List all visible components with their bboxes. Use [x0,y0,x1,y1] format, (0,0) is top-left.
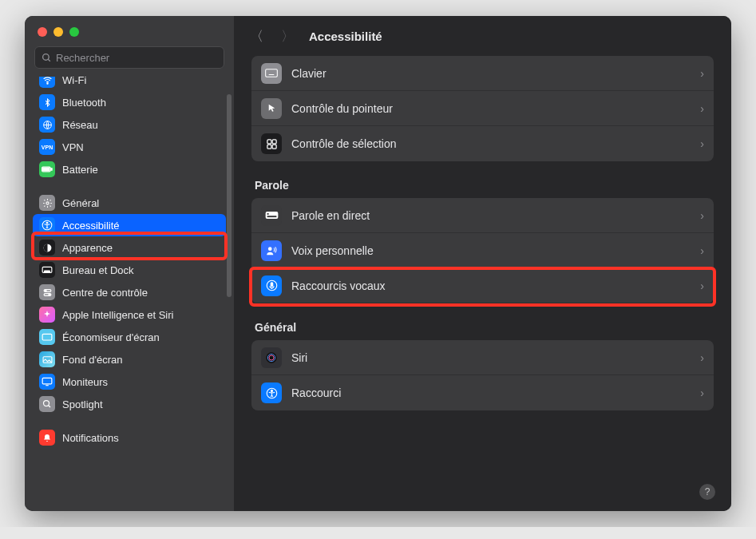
minimize-window-button[interactable] [53,27,63,37]
page-title: Accessibilité [309,30,382,43]
svg-rect-17 [42,334,52,340]
spotlight-icon [39,396,55,412]
help-button[interactable]: ? [699,484,715,500]
sidebar-item-general[interactable]: Général [33,192,226,214]
search-icon [42,53,52,63]
sidebar-item-vpn[interactable]: VPN VPN [33,136,226,158]
sidebar-item-label: Spotlight [62,398,103,410]
group-motor: Clavier › Contrôle du pointeur › Contrôl… [251,56,714,161]
sidebar-item-label: Notifications [62,432,119,444]
svg-rect-28 [267,139,271,143]
row-keyboard[interactable]: Clavier › [251,56,714,91]
sidebar-item-label: Bluetooth [62,97,106,109]
sidebar-item-apple-intelligence-siri[interactable]: Apple Intelligence et Siri [33,303,226,326]
sidebar: Rechercher Wi-Fi Bluetooth [25,16,234,511]
nav-forward-button[interactable]: 〉 [281,27,295,46]
sidebar-item-accessibility[interactable]: Accessibilité [33,214,226,236]
sidebar-item-notifications[interactable]: Notifications [33,426,226,449]
search-input[interactable]: Rechercher [34,46,224,69]
svg-rect-5 [51,168,52,170]
sidebar-item-label: Apple Intelligence et Siri [62,309,173,321]
chevron-right-icon: › [700,279,704,292]
nav-arrows: 〈 〉 [250,27,295,46]
sidebar-item-label: Fond d'écran [62,354,122,366]
globe-icon [39,117,55,133]
chevron-right-icon: › [700,67,704,80]
row-label: Contrôle de sélection [291,137,397,150]
row-label: Raccourci [291,386,341,399]
vpn-icon: VPN [39,139,55,155]
content: Clavier › Contrôle du pointeur › Contrôl… [234,56,731,511]
sidebar-item-label: Réseau [62,119,98,131]
row-live-speech[interactable]: Parole en direct › [251,198,714,233]
settings-window: Rechercher Wi-Fi Bluetooth [25,16,731,511]
row-voice-shortcuts[interactable]: Raccourcis vocaux › [251,268,714,303]
sidebar-scroll: Wi-Fi Bluetooth Réseau VPN VPN [25,77,234,511]
svg-point-7 [46,201,48,204]
svg-rect-31 [272,145,276,149]
sidebar-item-label: Centre de contrôle [62,287,148,299]
apple-intelligence-icon [39,307,55,323]
group-speech: Parole en direct › Voix personnelle › Ra… [251,198,714,303]
row-pointer-control[interactable]: Contrôle du pointeur › [251,91,714,126]
svg-rect-30 [267,145,271,149]
gear-icon [39,195,55,211]
display-icon [39,374,55,390]
svg-point-42 [271,390,272,391]
bell-icon [39,430,55,446]
sidebar-item-battery[interactable]: Batterie [33,158,226,180]
control-center-icon [39,284,55,300]
window-controls [25,16,234,46]
group-header-speech: Parole [255,179,710,192]
sidebar-item-screen-saver[interactable]: Économiseur d'écran [33,326,226,348]
dock-icon [39,262,55,278]
keyboard-icon [261,63,282,84]
row-label: Siri [291,351,307,364]
row-shortcut[interactable]: Raccourci › [251,375,714,410]
sidebar-item-wallpaper[interactable]: Fond d'écran [33,348,226,371]
search-placeholder: Rechercher [56,52,109,64]
row-label: Parole en direct [291,209,370,222]
wifi-icon [39,77,55,88]
svg-rect-12 [45,271,50,272]
chevron-right-icon: › [700,102,704,115]
zoom-window-button[interactable] [69,27,79,37]
svg-rect-33 [267,213,268,215]
sidebar-item-spotlight[interactable]: Spotlight [33,393,226,415]
svg-point-16 [48,294,49,295]
chevron-right-icon: › [700,351,704,364]
sidebar-item-label: Économiseur d'écran [62,331,160,343]
chevron-right-icon: › [700,209,704,222]
sidebar-item-network[interactable]: Réseau [33,113,226,136]
svg-point-14 [45,290,46,291]
row-siri[interactable]: Siri › [251,340,714,375]
sidebar-item-label: Apparence [62,242,113,254]
sidebar-item-displays[interactable]: Moniteurs [33,371,226,393]
sidebar-scrollbar[interactable] [227,94,232,297]
accessibility-icon [39,217,55,233]
personal-voice-icon [261,240,282,261]
appearance-icon [39,240,55,256]
row-switch-control[interactable]: Contrôle de sélection › [251,126,714,161]
pointer-icon [261,98,282,119]
bluetooth-icon [39,94,55,110]
main-pane: 〈 〉 Accessibilité Clavier › [234,16,731,511]
row-personal-voice[interactable]: Voix personnelle › [251,233,714,268]
sidebar-item-control-center[interactable]: Centre de contrôle [33,281,226,303]
group-header-general: Général [255,321,710,334]
close-window-button[interactable] [38,27,47,37]
sidebar-item-label: Bureau et Dock [62,264,134,276]
nav-back-button[interactable]: 〈 [250,27,263,46]
svg-rect-37 [271,283,273,287]
wallpaper-icon [39,351,55,367]
svg-rect-29 [272,139,276,143]
svg-rect-34 [267,216,276,217]
chevron-right-icon: › [700,386,704,399]
svg-point-0 [43,54,49,60]
sidebar-item-desktop-dock[interactable]: Bureau et Dock [33,259,226,281]
shortcut-icon [261,382,282,403]
sidebar-item-bluetooth[interactable]: Bluetooth [33,91,226,113]
sidebar-item-wifi[interactable]: Wi-Fi [33,77,226,91]
sidebar-item-appearance[interactable]: Apparence [33,236,226,259]
sidebar-item-label: Batterie [62,164,98,176]
